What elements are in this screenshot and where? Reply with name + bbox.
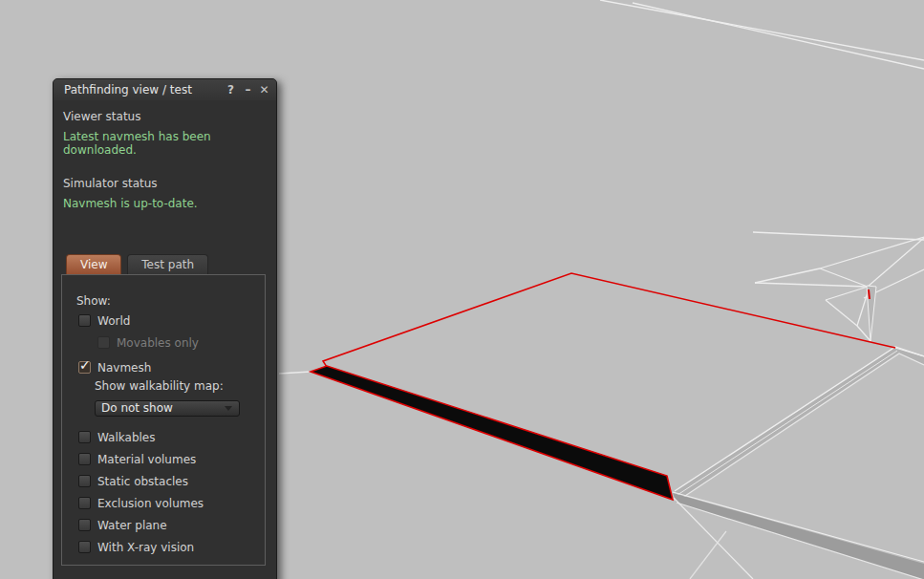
walkables-checkbox[interactable] (78, 431, 91, 443)
checkbox-row-navmesh[interactable]: ✓Navmesh (78, 360, 151, 375)
checkbox-row-exclusion-volumes[interactable]: Exclusion volumes (78, 496, 204, 511)
floater-title: Pathfinding view / test (64, 79, 192, 100)
exclusion-volumes-checkbox[interactable] (78, 497, 91, 509)
chevron-down-icon (225, 406, 232, 411)
tab-test-path[interactable]: Test path (127, 254, 208, 274)
material-volumes-checkbox[interactable] (78, 453, 91, 465)
floater-titlebar[interactable]: Pathfinding view / test ? – ✕ (54, 79, 276, 100)
checkmark-icon: ✓ (79, 358, 91, 372)
close-icon[interactable]: ✕ (257, 79, 271, 100)
viewer-status-label: Viewer status (63, 110, 140, 123)
checkbox-row-static-obstacles[interactable]: Static obstacles (78, 474, 188, 489)
checkbox-row-xray[interactable]: With X-ray vision (78, 540, 194, 555)
checkbox-row-world[interactable]: World (78, 313, 130, 329)
checkbox-row-material-volumes[interactable]: Material volumes (78, 452, 196, 467)
water-plane-checkbox[interactable] (78, 519, 91, 531)
xray-label: With X-ray vision (97, 541, 194, 554)
show-label: Show: (76, 294, 111, 310)
movables-only-label: Movables only (117, 336, 199, 350)
walkables-label: Walkables (97, 431, 155, 444)
navmesh-label: Navmesh (97, 361, 151, 375)
simulator-status-message: Navmesh is up-to-date. (63, 197, 198, 210)
help-icon[interactable]: ? (224, 79, 238, 100)
checkbox-row-movables-only[interactable]: Movables only (97, 335, 199, 351)
checkbox-row-water-plane[interactable]: Water plane (78, 518, 167, 533)
static-obstacles-label: Static obstacles (97, 475, 188, 488)
viewer-status-message: Latest navmesh has been downloaded. (63, 130, 276, 157)
checkbox-row-walkables[interactable]: Walkables (78, 430, 155, 445)
water-plane-label: Water plane (97, 519, 167, 532)
world-label: World (97, 314, 130, 328)
walkability-dropdown-value: Do not show (101, 401, 173, 416)
walkability-dropdown[interactable]: Do not show (95, 400, 240, 417)
navmesh-checkbox[interactable]: ✓ (78, 361, 91, 374)
view-tab-panel: Show: World Movables only ✓Navmesh Show … (61, 274, 266, 566)
static-obstacles-checkbox[interactable] (78, 475, 91, 487)
world-checkbox[interactable] (78, 314, 91, 327)
material-volumes-label: Material volumes (97, 453, 196, 466)
exclusion-volumes-label: Exclusion volumes (97, 497, 204, 510)
simulator-status-label: Simulator status (63, 177, 158, 190)
tab-bar: View Test path (66, 254, 208, 274)
movables-only-checkbox[interactable] (97, 336, 110, 349)
tab-view[interactable]: View (66, 254, 121, 274)
walkability-label: Show walkability map: (95, 379, 224, 395)
minimize-icon[interactable]: – (241, 79, 255, 100)
pathfinding-floater: Pathfinding view / test ? – ✕ Viewer sta… (53, 78, 277, 579)
xray-checkbox[interactable] (78, 541, 91, 553)
